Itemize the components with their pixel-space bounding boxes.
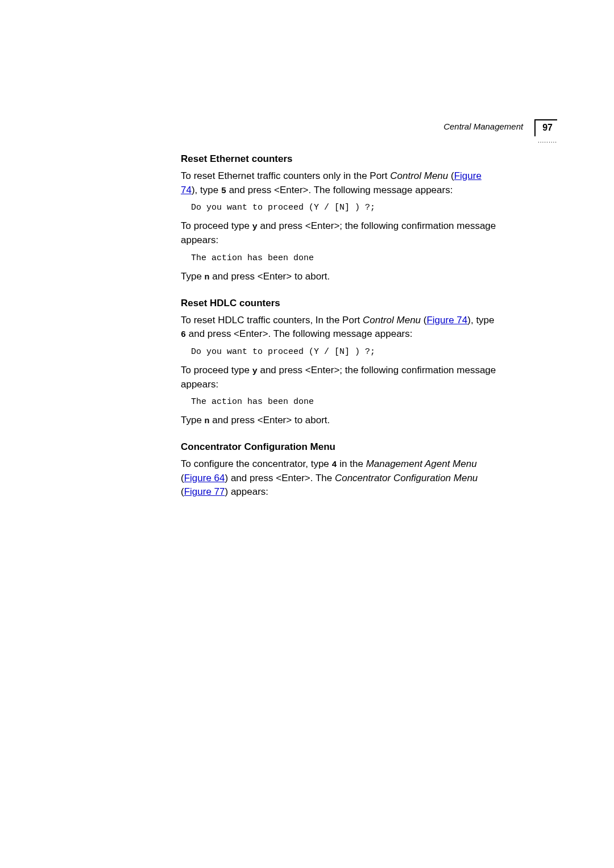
link-figure-64[interactable]: Figure 64: [184, 473, 225, 483]
page-number: 97: [542, 123, 553, 132]
page-number-box: 97: [534, 119, 557, 136]
section-heading-reset-ethernet: Reset Ethernet counters: [181, 153, 499, 165]
header-dots: .........: [538, 137, 557, 144]
para-s2-3: Type n and press <Enter> to abort.: [181, 414, 499, 428]
code-s2-prompt: Do you want to proceed (Y / [N] ) ?;: [191, 347, 499, 357]
link-figure-74-b[interactable]: Figure 74: [426, 315, 467, 326]
section-heading-concentrator: Concentrator Configuration Menu: [181, 441, 499, 453]
section-heading-reset-hdlc: Reset HDLC counters: [181, 298, 499, 309]
content-column: Reset Ethernet counters To reset Etherne…: [181, 119, 499, 499]
para-s3-1: To configure the concentrator, type 4 in…: [181, 457, 499, 499]
page-header: Central Management 97: [443, 119, 557, 136]
code-s2-done: The action has been done: [191, 397, 499, 407]
para-s1-3: Type n and press <Enter> to abort.: [181, 270, 499, 284]
code-s1-prompt: Do you want to proceed (Y / [N] ) ?;: [191, 203, 499, 212]
code-s1-done: The action has been done: [191, 253, 499, 263]
para-s2-2: To proceed type y and press <Enter>; the…: [181, 364, 499, 391]
para-s1-1: To reset Ethernet traffic counters only …: [181, 169, 499, 197]
link-figure-77[interactable]: Figure 77: [184, 486, 225, 497]
para-s2-1: To reset HDLC traffic counters, In the P…: [181, 314, 499, 341]
header-section-title: Central Management: [443, 119, 523, 131]
para-s1-2: To proceed type y and press <Enter>; the…: [181, 219, 499, 247]
page-body: Reset Ethernet counters To reset Etherne…: [0, 0, 614, 499]
